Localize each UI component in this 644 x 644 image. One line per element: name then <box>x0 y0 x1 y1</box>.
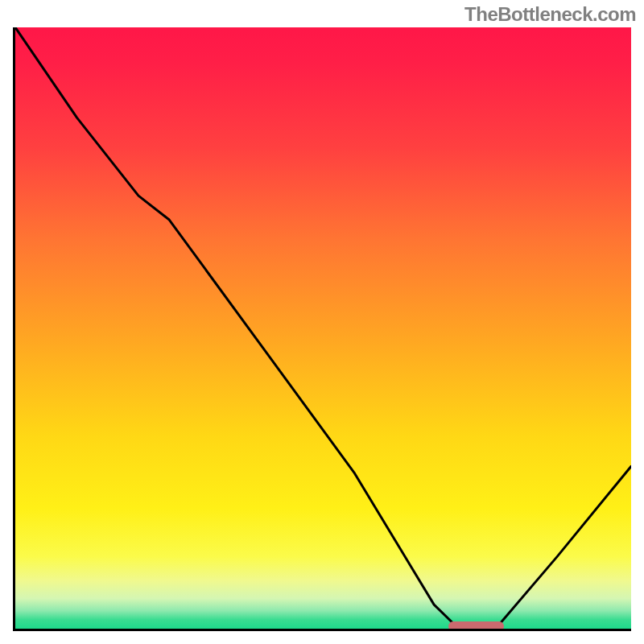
bottleneck-curve-path <box>15 27 631 629</box>
optimal-range-marker <box>448 621 504 631</box>
plot-area <box>13 27 631 631</box>
chart-canvas: TheBottleneck.com <box>0 0 644 644</box>
watermark-text: TheBottleneck.com <box>464 3 636 26</box>
curve-svg <box>15 27 631 629</box>
